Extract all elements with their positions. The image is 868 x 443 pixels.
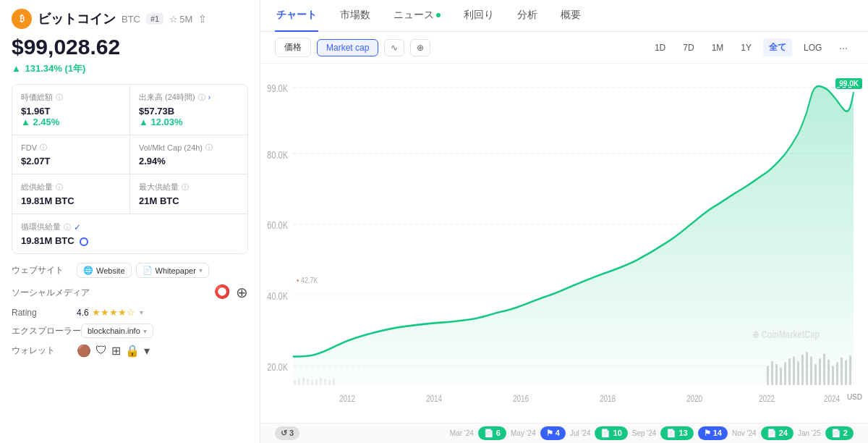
event-markers-row: ↺ 3 Mar '24 📄 6 May '24 ⚑ 4 Jul '24 📄 10… bbox=[260, 423, 868, 443]
tab-yield[interactable]: 利回り bbox=[462, 0, 495, 32]
price-filter-button[interactable]: 価格 bbox=[275, 38, 311, 57]
volume-info-icon[interactable]: ⓘ bbox=[198, 93, 205, 103]
event-marker-1[interactable]: 📄 6 bbox=[478, 426, 506, 440]
verified-icon: ✓ bbox=[74, 222, 81, 232]
svg-rect-38 bbox=[836, 362, 838, 384]
market-cap-value: $1.96T bbox=[21, 106, 121, 117]
line-chart-button[interactable]: ∿ bbox=[384, 39, 404, 56]
circulating-label: 循環供給量 ⓘ ✓ bbox=[21, 222, 239, 232]
explorer-value: blockchain.info bbox=[88, 326, 140, 335]
volume-value: $57.73B bbox=[139, 106, 239, 117]
marketcap-filter-button[interactable]: Market cap bbox=[317, 39, 378, 56]
change-arrow: ▲ bbox=[12, 63, 21, 74]
svg-rect-34 bbox=[819, 358, 821, 385]
market-cap-change: ▲ 2.45% bbox=[21, 117, 121, 127]
vol-mkt-label: Vol/Mkt Cap (24h) ⓘ bbox=[139, 143, 239, 153]
circulating-cell: 循環供給量 ⓘ ✓ 19.81M BTC bbox=[12, 214, 247, 253]
tab-news[interactable]: ニュース bbox=[392, 0, 442, 32]
svg-rect-33 bbox=[814, 364, 817, 385]
time-7d-button[interactable]: 7D bbox=[677, 40, 699, 56]
svg-rect-12 bbox=[294, 380, 296, 385]
svg-text:60.0K: 60.0K bbox=[267, 219, 288, 232]
doc-icon: 📄 bbox=[142, 266, 153, 275]
right-panel: チャート 市場数 ニュース 利回り 分析 概要 価格 Market cap ∿ … bbox=[260, 0, 868, 443]
explorer-chevron-icon: ▾ bbox=[143, 327, 147, 335]
svg-rect-13 bbox=[298, 379, 300, 385]
time-all-button[interactable]: 全て bbox=[763, 38, 792, 56]
max-supply-info-icon[interactable]: ⓘ bbox=[182, 182, 189, 193]
reddit-icon[interactable]: ⭕ bbox=[214, 284, 230, 301]
wallet-chevron-icon[interactable]: ▾ bbox=[144, 344, 150, 358]
svg-rect-29 bbox=[797, 361, 799, 385]
share-icon: ⇧ bbox=[198, 13, 207, 25]
watchlist-button[interactable]: ☆ 5M bbox=[169, 14, 192, 25]
price-chart: 99.0K 80.0K 60.0K 40.0K 20.0K • 42.7K bbox=[260, 64, 868, 423]
event-marker-3[interactable]: 📄 10 bbox=[595, 426, 627, 440]
more-button[interactable]: ··· bbox=[833, 39, 854, 56]
time-1y-button[interactable]: 1Y bbox=[735, 40, 757, 56]
fdv-value: $2.07T bbox=[21, 156, 121, 166]
svg-rect-17 bbox=[315, 379, 318, 385]
event-marker-4[interactable]: 📄 13 bbox=[660, 426, 693, 440]
tab-markets[interactable]: 市場数 bbox=[339, 0, 372, 32]
rating-value: 4.6 bbox=[77, 308, 89, 318]
rating-chevron-icon: ▾ bbox=[140, 308, 143, 316]
svg-text:2012: 2012 bbox=[339, 393, 355, 404]
watchlist-count: 5M bbox=[179, 14, 192, 25]
wallet-icon-4[interactable]: 🔒 bbox=[125, 344, 140, 358]
candle-chart-button[interactable]: ⊕ bbox=[410, 39, 430, 56]
event-marker-6[interactable]: 📄 24 bbox=[761, 426, 793, 440]
total-supply-value: 19.81M BTC bbox=[21, 195, 121, 206]
volume-link[interactable]: › bbox=[208, 93, 210, 101]
svg-rect-25 bbox=[780, 368, 782, 384]
rating-row: Rating 4.6 ★★★★☆ ▾ bbox=[12, 307, 248, 318]
wallet-icons: 🟤 🛡 ⊞ 🔒 ▾ bbox=[77, 344, 150, 358]
max-supply-value: 21M BTC bbox=[139, 195, 239, 206]
svg-rect-27 bbox=[788, 358, 791, 385]
volume-change: ▲ 12.03% bbox=[139, 117, 239, 127]
time-1m-button[interactable]: 1M bbox=[706, 40, 730, 56]
volume-label: 出来高 (24時間) ⓘ › bbox=[139, 92, 239, 103]
total-supply-label: 総供給量 ⓘ bbox=[21, 182, 121, 193]
wallet-icon-1[interactable]: 🟤 bbox=[77, 344, 91, 358]
svg-rect-24 bbox=[775, 364, 778, 385]
fdv-info-icon[interactable]: ⓘ bbox=[40, 143, 47, 153]
svg-rect-14 bbox=[302, 377, 305, 384]
tab-chart[interactable]: チャート bbox=[275, 0, 318, 32]
whitepaper-button[interactable]: 📄 Whitepaper ▾ bbox=[136, 263, 209, 278]
svg-text:2020: 2020 bbox=[686, 393, 702, 404]
left-panel: ₿ ビットコイン BTC #1 ☆ 5M ⇧ $99,028.62 ▲ 131.… bbox=[0, 0, 260, 443]
vol-mkt-info-icon[interactable]: ⓘ bbox=[205, 143, 213, 153]
event-marker-0[interactable]: ↺ 3 bbox=[275, 426, 299, 440]
event-marker-2[interactable]: ⚑ 4 bbox=[540, 426, 566, 440]
wallet-icon-2[interactable]: 🛡 bbox=[95, 344, 107, 358]
explorer-label: エクスプローラー bbox=[12, 325, 81, 337]
website-button[interactable]: 🌐 Website bbox=[77, 263, 132, 278]
svg-text:⊕ CoinMarketCap: ⊕ CoinMarketCap bbox=[752, 328, 820, 340]
circulating-info-icon[interactable]: ⓘ bbox=[64, 222, 71, 232]
globe-icon: 🌐 bbox=[83, 266, 93, 275]
social-icons: ⭕ ⊕ bbox=[214, 284, 248, 301]
total-supply-info-icon[interactable]: ⓘ bbox=[56, 182, 63, 193]
svg-rect-37 bbox=[832, 366, 834, 385]
coin-symbol: BTC bbox=[122, 14, 140, 25]
current-price: $99,028.62 bbox=[12, 35, 248, 59]
time-1d-button[interactable]: 1D bbox=[649, 40, 671, 56]
github-icon[interactable]: ⊕ bbox=[236, 284, 248, 301]
svg-text:2016: 2016 bbox=[513, 393, 529, 404]
coin-name: ビットコイン bbox=[38, 10, 116, 28]
wallet-icon-3[interactable]: ⊞ bbox=[111, 344, 121, 358]
explorer-select[interactable]: blockchain.info ▾ bbox=[81, 324, 153, 338]
event-marker-5[interactable]: ⚑ 14 bbox=[698, 426, 728, 440]
svg-rect-16 bbox=[311, 380, 313, 385]
svg-text:42.7K: 42.7K bbox=[301, 276, 318, 284]
tab-overview[interactable]: 概要 bbox=[559, 0, 582, 32]
svg-text:2018: 2018 bbox=[600, 393, 616, 404]
event-marker-7[interactable]: 📄 2 bbox=[825, 426, 854, 440]
rank-badge: #1 bbox=[146, 13, 163, 25]
svg-rect-39 bbox=[841, 358, 843, 385]
share-button[interactable]: ⇧ bbox=[198, 13, 207, 25]
market-cap-info-icon[interactable]: ⓘ bbox=[56, 93, 63, 103]
tab-analysis[interactable]: 分析 bbox=[516, 0, 539, 32]
time-log-button[interactable]: LOG bbox=[798, 40, 827, 56]
